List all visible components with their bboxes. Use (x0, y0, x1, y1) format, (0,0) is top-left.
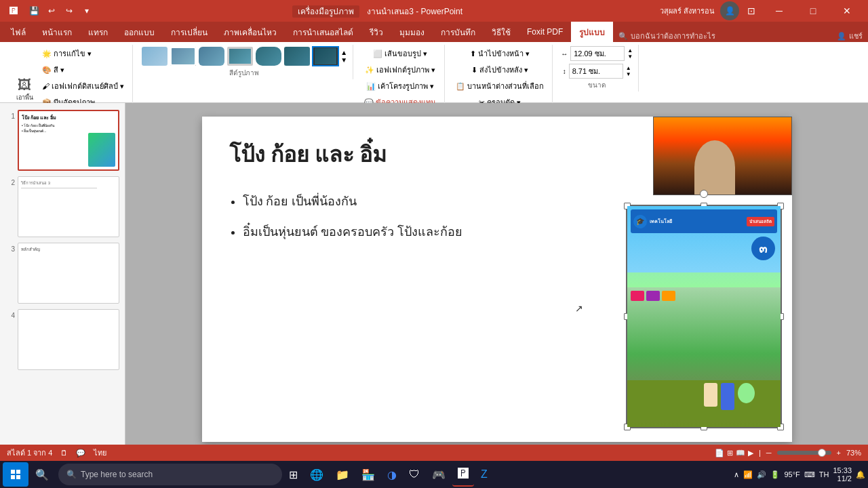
notes-icon[interactable]: 🗒 (60, 449, 68, 457)
width-down[interactable]: ▼ (627, 54, 633, 60)
keyboard-icon[interactable]: ⌨ (804, 470, 815, 479)
zoom-thumb[interactable] (818, 449, 826, 457)
ribbon-layout-btn[interactable]: ⊡ (742, 1, 761, 20)
zoom-in-btn[interactable]: + (837, 449, 841, 457)
webcam-overlay[interactable] (653, 117, 792, 195)
normal-view-btn[interactable]: 📄 (715, 449, 724, 458)
tab-recording[interactable]: การบันทึก (433, 22, 484, 42)
style-5[interactable] (255, 46, 282, 66)
artistic-btn[interactable]: 🖌 เอฟเฟกต์ดิสเนย์ศิลป์ ▾ (39, 79, 127, 94)
undo-btn[interactable]: ↩ (43, 3, 60, 19)
color-btn[interactable]: 🎨 สี ▾ (39, 62, 127, 77)
slide1-image-thumb (88, 133, 115, 167)
ribbon-group-size: ↔ 12.09 ซม. ▲ ▼ ↕ 8.71 ซม. ▲ (555, 45, 639, 92)
app1-btn[interactable]: 🎮 (427, 462, 451, 487)
tab-view[interactable]: มุมมอง (391, 22, 433, 42)
security-btn[interactable]: 🛡 (403, 462, 425, 487)
file-explorer-btn[interactable]: 📁 (330, 462, 355, 487)
style-3[interactable] (198, 46, 225, 66)
slide-thumb-4[interactable]: 4 (3, 308, 122, 371)
gallery-expand[interactable]: ▼ (340, 56, 347, 64)
height-down[interactable]: ▼ (626, 71, 631, 77)
zoom-out-btn[interactable]: ─ (766, 449, 772, 457)
tab-file[interactable]: ไฟล์ (3, 22, 34, 42)
close-btn[interactable]: ✕ (831, 0, 863, 22)
slide-num-4: 4 (4, 312, 15, 319)
corrections-btn[interactable]: 🌟 การแก้ไข ▾ (39, 46, 127, 61)
cloud-tools-label: เครื่องมือรูปภาพ (292, 5, 359, 18)
edge-btn[interactable]: 🌐 (304, 462, 329, 487)
slide-thumb-3[interactable]: 3 หลักสำคัญ (3, 241, 122, 305)
tab-review[interactable]: รีวิว (361, 22, 391, 42)
taskbar-search-placeholder: Type here to search (81, 470, 153, 479)
tab-format[interactable]: รูปแบบ (571, 22, 613, 42)
taskbar-search[interactable]: 🔍 Type here to search (58, 464, 282, 485)
zoom-taskbar-btn[interactable]: Z (475, 462, 493, 487)
height-up[interactable]: ▲ (626, 65, 631, 71)
zoom-slider[interactable] (777, 451, 831, 455)
minimize-btn[interactable]: ─ (764, 0, 795, 22)
redo-btn[interactable]: ↪ (61, 3, 77, 19)
picture-border-btn[interactable]: ⬜ เส้นขอบรูป ▾ (370, 46, 430, 61)
slide-preview-3[interactable]: หลักสำคัญ (18, 243, 119, 304)
style-6[interactable] (283, 46, 311, 66)
windows-icon (11, 470, 20, 479)
share-btn[interactable]: 👤แชร์ (837, 30, 863, 42)
language-indicator[interactable]: TH (819, 470, 829, 479)
tab-slideshow[interactable]: การนำเสนอสไลด์ (285, 22, 361, 42)
chevron-up-icon[interactable]: ∧ (734, 470, 739, 479)
system-clock[interactable]: 15:33 11/2 (833, 466, 852, 483)
card-1 (631, 291, 644, 301)
tell-me-bar[interactable]: 🔍 บอกฉันว่าต้องการทำอะไร (618, 30, 715, 42)
bring-forward-btn[interactable]: ⬆ นำไปข้างหน้า ▾ (467, 46, 532, 61)
tab-foxit[interactable]: Foxit PDF (519, 22, 571, 42)
reading-view-btn[interactable]: 📖 (736, 449, 745, 458)
search-trigger[interactable]: 🔍 (30, 462, 54, 487)
width-input[interactable]: 12.09 ซม. (570, 46, 625, 61)
start-btn[interactable] (3, 462, 28, 487)
picture-effects-btn[interactable]: ✨ เอฟเฟกต์รูปภาพ ▾ (362, 62, 438, 77)
task-view-btn[interactable]: ⊞ (283, 462, 303, 487)
slide-thumb-1[interactable]: 1 โป้ง ก้อย และ อิ๋ม • โป้ง ก้อย เป็นพี่… (3, 108, 122, 172)
volume-icon[interactable]: 🔊 (757, 470, 766, 479)
picture-layout-btn[interactable]: 📊 เค้าโครงรูปภาพ ▾ (363, 79, 437, 94)
width-up[interactable]: ▲ (627, 47, 633, 54)
selection-pane-btn[interactable]: 📋 บานหน้าต่างส่วนที่เลือก (453, 79, 547, 94)
tab-animations[interactable]: ภาพเคลื่อนไหว (216, 22, 285, 42)
selected-image[interactable]: 🎓 เทคโนโลยี นำเสนอสถิต ๓ (626, 205, 782, 428)
customize-btn[interactable]: ▾ (79, 3, 95, 19)
user-avatar[interactable]: 👤 (720, 1, 739, 20)
tab-design[interactable]: ออกแบบ (116, 22, 163, 42)
canvas-area[interactable]: โป้ง ก้อย และ อิ๋ม โป้ง ก้อย เป็นพี่น้อง… (125, 103, 868, 445)
style-4[interactable] (226, 46, 254, 66)
slide-sorter-btn[interactable]: ⊞ (727, 449, 733, 458)
slide-preview-2[interactable]: วิธีการนำเสนอ 3 (18, 176, 119, 237)
slide-preview-4[interactable] (18, 309, 119, 370)
width-value: 12.09 ซม. (574, 47, 606, 60)
send-backward-btn[interactable]: ⬇ ส่งไปข้างหลัง ▾ (469, 62, 531, 77)
battery-icon[interactable]: 🔋 (770, 470, 780, 479)
rotate-handle[interactable] (700, 190, 708, 198)
tab-transitions[interactable]: การเปลี่ยน (163, 22, 216, 42)
width-spinner[interactable]: ▲ ▼ (627, 47, 633, 60)
store-btn[interactable]: 🏪 (356, 462, 380, 487)
chrome-btn[interactable]: ◑ (382, 462, 402, 487)
gallery-up[interactable]: ▲ (340, 49, 347, 56)
notification-icon[interactable]: 🔔 (856, 470, 865, 479)
powerpoint-icon[interactable]: 🅿 (5, 3, 22, 19)
maximize-btn[interactable]: □ (797, 0, 829, 22)
style-1[interactable] (141, 46, 168, 66)
height-spinner[interactable]: ▲ ▼ (626, 65, 631, 77)
style-7-selected[interactable] (312, 46, 339, 66)
tab-home[interactable]: หน้าแรก (34, 22, 80, 42)
wifi-icon[interactable]: 📶 (743, 470, 753, 479)
height-input[interactable]: 8.71 ซม. (569, 64, 623, 79)
style-2[interactable] (170, 46, 197, 66)
slideshow-btn[interactable]: ▶ (748, 449, 753, 458)
powerpoint-taskbar-btn[interactable]: 🅿 (452, 462, 474, 487)
slide-thumb-2[interactable]: 2 วิธีการนำเสนอ 3 (3, 175, 122, 239)
slide-preview-1[interactable]: โป้ง ก้อย และ อิ๋ม • โป้ง ก้อย เป็นพี่น้… (18, 110, 119, 171)
tab-insert[interactable]: แทรก (80, 22, 116, 42)
tab-help[interactable]: วิธีใช้ (484, 22, 519, 42)
save-btn[interactable]: 💾 (26, 3, 42, 19)
